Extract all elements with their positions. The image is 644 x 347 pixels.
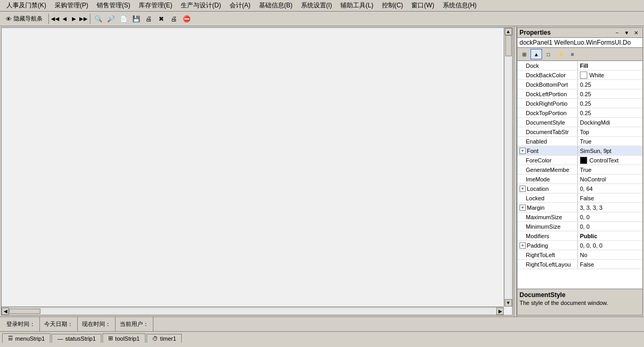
scroll-track-vertical[interactable]: [505, 35, 512, 299]
vertical-scrollbar[interactable]: ▲ ▼: [504, 28, 512, 307]
prop-val-forecolor-text: ControlText: [589, 157, 619, 164]
menu-xitongshezhi[interactable]: 系统设置(I): [297, 0, 336, 11]
tab-menustrip1[interactable]: ☰ menuStrip1: [2, 333, 50, 343]
prop-val-righttoleft: No: [578, 250, 642, 259]
prop-key-margin: +Margin: [517, 203, 578, 212]
menu-kucunguanli[interactable]: 库存管理(E): [134, 0, 176, 11]
prop-row-righttoleft: RightToLeft No: [517, 250, 642, 260]
prop-val-dockbackcolor: White: [578, 70, 642, 79]
prop-val-modifiers: Public: [578, 231, 642, 240]
horizontal-scrollbar[interactable]: ◀ ▶: [2, 307, 504, 315]
props-events-button[interactable]: ⚡: [555, 49, 566, 59]
scroll-left-button[interactable]: ◀: [2, 308, 9, 315]
statusbar-user: 当前用户：: [116, 317, 153, 331]
prop-row-documentstyle: DocumentStyle DockingMdi: [517, 118, 642, 127]
menu-fuzhu[interactable]: 辅助工具(L): [336, 0, 378, 11]
hide-nav-button[interactable]: 👁 隐藏导航条: [2, 13, 46, 24]
properties-controls: − ▼ ✕: [613, 29, 640, 36]
scroll-track-horizontal[interactable]: [9, 308, 496, 314]
prop-val-dockleftportion: 0.25: [578, 89, 642, 98]
print-preview-button[interactable]: 🖨: [143, 13, 154, 25]
tab-menustrip1-label: menuStrip1: [15, 335, 45, 342]
prop-row-maximumsize: MaximumSize 0, 0: [517, 212, 642, 222]
login-label: 登录时间：: [6, 320, 35, 328]
properties-toolbar: ⊞ ▲ □ ⚡ ≡: [517, 48, 642, 61]
color-swatch-forecolor: [580, 157, 587, 164]
menu-kongzhi[interactable]: 控制(C): [378, 0, 408, 11]
menu-jichu[interactable]: 基础信息(B): [255, 0, 297, 11]
prop-val-enabled: True: [578, 137, 642, 146]
menu-chuangkou[interactable]: 窗口(W): [407, 0, 438, 11]
padding-expand-icon[interactable]: +: [520, 242, 526, 249]
prop-val-generatemember: True: [578, 165, 642, 174]
prop-row-modifiers: Modifiers Public: [517, 231, 642, 241]
scroll-thumb-horizontal[interactable]: [9, 309, 40, 314]
properties-object-name[interactable]: dockPanel1 WeifenLuo.WinFormsUI.Do: [517, 38, 642, 48]
prop-key-location: +Location: [517, 184, 578, 193]
tab-toolstrip1[interactable]: ⊞ toolStrip1: [102, 333, 145, 343]
scroll-up-button[interactable]: ▲: [505, 28, 512, 35]
tab-statusstrip1-icon: —: [57, 335, 63, 342]
prop-val-dockbottomport: 0.25: [578, 80, 642, 89]
props-close-button[interactable]: ✕: [632, 29, 640, 36]
scroll-down-button[interactable]: ▼: [505, 299, 512, 307]
prop-row-dock: Dock Fill: [517, 61, 642, 70]
prop-val-location: 0, 64: [578, 184, 642, 193]
prop-val-dockbackcolor-text: White: [589, 72, 604, 78]
menu-shengchan[interactable]: 生产与设计(D): [176, 0, 225, 11]
prop-row-generatemember: GenerateMembe True: [517, 165, 642, 175]
nav-first-button[interactable]: ◀◀: [51, 13, 59, 25]
props-properties-button[interactable]: □: [543, 49, 554, 59]
scroll-thumb-vertical[interactable]: [505, 35, 512, 56]
props-pin-button[interactable]: −: [613, 29, 621, 36]
prop-key-dockbottomport: DockBottomPort: [517, 80, 578, 89]
menu-caigouguanli[interactable]: 采购管理(P): [50, 0, 92, 11]
prop-row-dockbackcolor: DockBackColor White: [517, 70, 642, 80]
margin-expand-icon[interactable]: +: [520, 205, 526, 211]
menu-xiaoshouguanli[interactable]: 销售管理(S): [92, 0, 134, 11]
prop-row-font: +Font SimSun, 9pt: [517, 146, 642, 156]
nav-next-button[interactable]: ▶: [70, 13, 78, 25]
props-more-button[interactable]: ≡: [567, 49, 578, 59]
find-button[interactable]: 🔎: [105, 13, 117, 25]
statusbar-time: 现在时间：: [78, 317, 116, 331]
props-alphabetical-button[interactable]: ▲: [531, 49, 542, 59]
prop-key-padding: +Padding: [517, 241, 578, 250]
save-button[interactable]: 💾: [130, 13, 142, 25]
prop-val-minimumsize: 0, 0: [578, 222, 642, 231]
scroll-right-button[interactable]: ▶: [496, 308, 504, 315]
prop-key-docktopportion: DockTopPortion: [517, 108, 578, 117]
tab-statusstrip1[interactable]: — statusStrip1: [51, 334, 101, 343]
properties-title: Properties: [520, 29, 550, 36]
prop-val-padding: 0, 0, 0, 0: [578, 241, 642, 250]
new-button[interactable]: 📄: [118, 13, 129, 25]
location-expand-icon[interactable]: +: [520, 186, 526, 192]
props-categorized-button[interactable]: ⊞: [518, 49, 530, 59]
prop-val-imemode: NoControl: [578, 175, 642, 183]
delete-button[interactable]: ✖: [155, 13, 167, 25]
stop-button[interactable]: ⛔: [181, 13, 192, 25]
print-button[interactable]: 🖨: [168, 13, 180, 25]
prop-key-minimumsize: MinimumSize: [517, 222, 578, 231]
menu-kuaiji[interactable]: 会计(A): [225, 0, 255, 11]
font-expand-icon[interactable]: +: [520, 148, 526, 154]
tab-timer1[interactable]: ⏱ timer1: [147, 334, 182, 343]
prop-key-righttoleft: RightToLeft: [517, 250, 578, 259]
bottom-tabs: ☰ menuStrip1 — statusStrip1 ⊞ toolStrip1…: [0, 331, 644, 343]
tab-statusstrip1-label: statusStrip1: [65, 335, 96, 342]
prop-row-location: +Location 0, 64: [517, 184, 642, 193]
statusbar-date: 今天日期：: [40, 317, 78, 331]
props-minimize-button[interactable]: ▼: [622, 29, 631, 36]
menu-renshijimenjin[interactable]: 人事及门禁(K): [2, 0, 50, 11]
prop-val-margin: 3, 3, 3, 3: [578, 203, 642, 212]
tab-timer1-label: timer1: [160, 335, 176, 342]
statusbar-login: 登录时间：: [2, 317, 40, 331]
props-desc-text: The style of the document window.: [520, 300, 640, 306]
prop-row-margin: +Margin 3, 3, 3, 3: [517, 203, 642, 212]
user-label: 当前用户：: [120, 320, 149, 328]
nav-last-button[interactable]: ▶▶: [79, 13, 88, 25]
nav-prev-button[interactable]: ◀: [60, 13, 69, 25]
menu-xitongxinxi[interactable]: 系统信息(H): [439, 0, 481, 11]
search-button[interactable]: 🔍: [92, 13, 104, 25]
prop-key-dock: Dock: [517, 61, 578, 70]
